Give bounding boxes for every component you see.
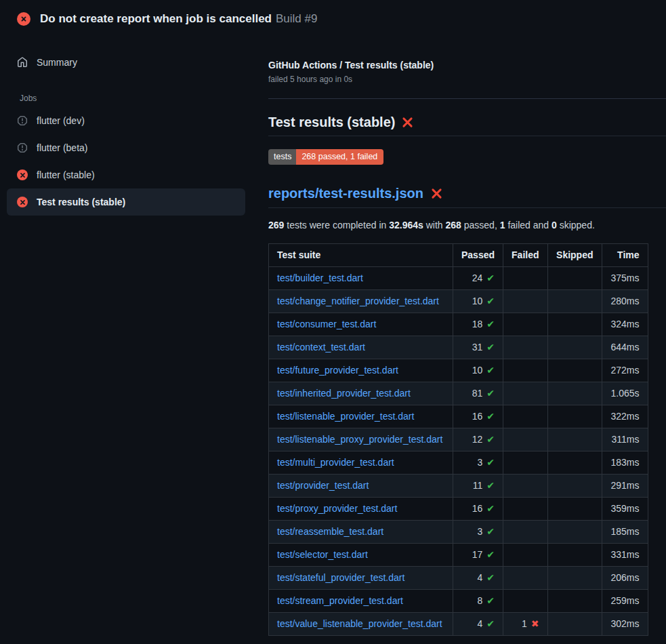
run-title: Test results (stable) xyxy=(268,115,666,136)
skipped-cell xyxy=(547,612,602,635)
build-header: Do not create report when job is cancell… xyxy=(0,0,666,34)
passed-cell: 3✔ xyxy=(453,520,503,543)
failed-cell xyxy=(503,497,547,520)
test-suite-link[interactable]: test/consumer_test.dart xyxy=(277,319,376,329)
column-header-time: Time xyxy=(602,243,648,266)
test-suite-link[interactable]: test/stream_provider_test.dart xyxy=(277,595,403,606)
failed-cell xyxy=(503,382,547,405)
breadcrumb: GitHub Actions / Test results (stable) xyxy=(268,60,666,71)
test-suite-cell: test/reassemble_test.dart xyxy=(269,520,453,543)
table-row: test/listenable_proxy_provider_test.dart… xyxy=(269,428,648,451)
skipped-cell xyxy=(547,474,602,497)
table-row: test/reassemble_test.dart3✔185ms xyxy=(269,520,648,543)
test-suite-link[interactable]: test/multi_provider_test.dart xyxy=(277,457,394,468)
summary-segment: 0 xyxy=(551,220,557,230)
check-icon: ✔ xyxy=(486,411,495,422)
passed-count: 3 xyxy=(478,526,483,537)
test-suite-link[interactable]: test/proxy_provider_test.dart xyxy=(277,503,397,514)
failed-cell: 1✖ xyxy=(503,612,547,635)
tests-badge: tests 268 passed, 1 failed xyxy=(268,149,383,165)
passed-cell: 8✔ xyxy=(453,589,503,612)
skipped-cell xyxy=(547,589,602,612)
report-file-link[interactable]: reports/test-results.json xyxy=(268,186,423,201)
test-suite-cell: test/multi_provider_test.dart xyxy=(269,451,453,474)
passed-count: 16 xyxy=(472,503,483,514)
sidebar: Summary Jobs flutter (dev)flutter (beta)… xyxy=(0,34,252,216)
skipped-cell xyxy=(547,359,602,382)
sidebar-item-flutter-stable[interactable]: flutter (stable) xyxy=(7,161,245,188)
time-cell: 324ms xyxy=(602,313,648,336)
test-suite-link[interactable]: test/inherited_provider_test.dart xyxy=(277,388,411,399)
test-suite-link[interactable]: test/future_provider_test.dart xyxy=(277,365,398,376)
failed-icon xyxy=(17,197,28,207)
skipped-cell xyxy=(547,405,602,428)
run-title-text: Test results (stable) xyxy=(268,115,395,130)
test-suite-link[interactable]: test/context_test.dart xyxy=(277,342,365,353)
skipped-cell xyxy=(547,428,602,451)
time-cell: 272ms xyxy=(602,359,648,382)
passed-cell: 4✔ xyxy=(453,566,503,589)
failed-cell xyxy=(503,313,547,336)
time-cell: 311ms xyxy=(602,428,648,451)
test-suite-cell: test/stateful_provider_test.dart xyxy=(269,566,453,589)
check-icon: ✔ xyxy=(486,273,495,283)
time-cell: 259ms xyxy=(602,589,648,612)
sidebar-item-test-results-stable[interactable]: Test results (stable) xyxy=(7,188,245,216)
table-row: test/builder_test.dart24✔375ms xyxy=(269,266,648,289)
sidebar-item-summary[interactable]: Summary xyxy=(7,49,245,76)
table-row: test/inherited_provider_test.dart81✔1.06… xyxy=(269,382,648,405)
failed-x-icon xyxy=(402,117,413,128)
test-suite-cell: test/stream_provider_test.dart xyxy=(269,589,453,612)
sidebar-item-flutter-dev[interactable]: flutter (dev) xyxy=(7,107,245,134)
test-suite-link[interactable]: test/reassemble_test.dart xyxy=(277,526,383,537)
test-suite-cell: test/selector_test.dart xyxy=(269,543,453,566)
failed-cell xyxy=(503,474,547,497)
passed-cell: 10✔ xyxy=(453,289,503,313)
summary-segment: skipped. xyxy=(557,220,595,230)
check-icon: ✔ xyxy=(486,365,495,376)
passed-cell: 12✔ xyxy=(453,428,503,451)
check-icon: ✔ xyxy=(486,342,495,353)
column-header-passed: Passed xyxy=(453,243,503,266)
build-title-text: Do not create report when job is cancell… xyxy=(40,12,272,25)
skipped-cell xyxy=(547,336,602,359)
test-suite-cell: test/listenable_provider_test.dart xyxy=(269,405,453,428)
report-title: reports/test-results.json xyxy=(268,186,666,208)
skipped-cell xyxy=(547,497,602,520)
sidebar-summary-label: Summary xyxy=(37,56,77,69)
run-status-line: failed 5 hours ago in 0s xyxy=(268,75,666,84)
test-suite-link[interactable]: test/builder_test.dart xyxy=(277,273,363,283)
table-row: test/future_provider_test.dart10✔272ms xyxy=(269,359,648,382)
check-icon: ✔ xyxy=(486,319,495,329)
passed-count: 81 xyxy=(472,388,483,399)
test-suite-link[interactable]: test/change_notifier_provider_test.dart xyxy=(277,296,439,306)
test-suite-cell: test/future_provider_test.dart xyxy=(269,359,453,382)
column-header-failed: Failed xyxy=(503,243,547,266)
passed-count: 16 xyxy=(472,411,483,422)
check-icon: ✔ xyxy=(486,503,495,514)
table-row: test/consumer_test.dart18✔324ms xyxy=(269,313,648,336)
test-suite-link[interactable]: test/value_listenable_provider_test.dart xyxy=(277,618,442,629)
failed-cell xyxy=(503,589,547,612)
sidebar-item-flutter-beta[interactable]: flutter (beta) xyxy=(7,134,245,161)
passed-cell: 31✔ xyxy=(453,336,503,359)
test-suite-link[interactable]: test/provider_test.dart xyxy=(277,480,369,491)
test-suite-link[interactable]: test/listenable_proxy_provider_test.dart xyxy=(277,434,442,445)
results-summary-line: 269 tests were completed in 32.964s with… xyxy=(268,220,666,230)
test-suite-cell: test/proxy_provider_test.dart xyxy=(269,497,453,520)
column-header-test-suite: Test suite xyxy=(269,243,453,266)
test-suite-link[interactable]: test/stateful_provider_test.dart xyxy=(277,572,404,583)
jobs-section-label: Jobs xyxy=(0,94,252,107)
time-cell: 291ms xyxy=(602,474,648,497)
test-suite-link[interactable]: test/listenable_provider_test.dart xyxy=(277,411,414,422)
failed-x-icon xyxy=(431,188,442,199)
failed-cell xyxy=(503,266,547,289)
table-row: test/listenable_provider_test.dart16✔322… xyxy=(269,405,648,428)
summary-segment: passed, xyxy=(461,220,500,230)
summary-segment: failed and xyxy=(505,220,552,230)
test-suite-link[interactable]: test/selector_test.dart xyxy=(277,549,368,560)
check-icon: ✔ xyxy=(486,480,495,491)
passed-count: 17 xyxy=(472,549,483,560)
passed-cell: 24✔ xyxy=(453,266,503,289)
table-row: test/provider_test.dart11✔291ms xyxy=(269,474,648,497)
